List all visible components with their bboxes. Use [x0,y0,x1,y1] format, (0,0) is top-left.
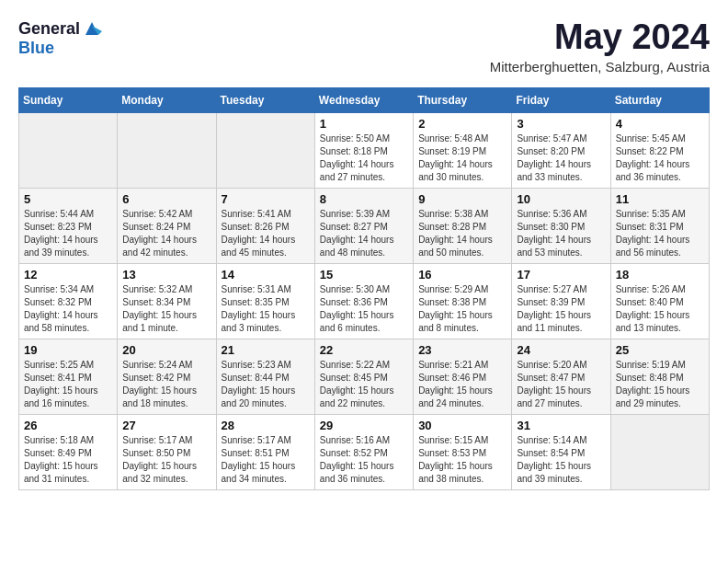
day-number: 8 [320,192,408,206]
day-number: 12 [24,268,112,282]
day-info: Sunrise: 5:21 AM Sunset: 8:46 PM Dayligh… [418,359,506,410]
logo-blue-text: Blue [18,39,54,58]
day-info: Sunrise: 5:41 AM Sunset: 8:26 PM Dayligh… [222,208,310,259]
day-info: Sunrise: 5:39 AM Sunset: 8:27 PM Dayligh… [320,208,408,259]
header-tuesday: Tuesday [216,87,314,112]
day-info: Sunrise: 5:36 AM Sunset: 8:30 PM Dayligh… [517,208,605,259]
calendar-cell-3-3: 22Sunrise: 5:22 AM Sunset: 8:45 PM Dayli… [314,339,413,414]
calendar-cell-1-5: 10Sunrise: 5:36 AM Sunset: 8:30 PM Dayli… [512,188,610,263]
day-number: 21 [222,343,310,357]
calendar-cell-4-2: 28Sunrise: 5:17 AM Sunset: 8:51 PM Dayli… [216,414,314,489]
calendar-cell-0-1 [118,112,216,188]
day-number: 2 [418,117,506,131]
calendar-cell-0-6: 4Sunrise: 5:45 AM Sunset: 8:22 PM Daylig… [610,112,709,188]
calendar-cell-4-4: 30Sunrise: 5:15 AM Sunset: 8:53 PM Dayli… [414,414,512,489]
day-info: Sunrise: 5:30 AM Sunset: 8:36 PM Dayligh… [320,283,408,335]
day-info: Sunrise: 5:17 AM Sunset: 8:50 PM Dayligh… [122,434,210,486]
header-monday: Monday [118,87,216,112]
title-block: May 2024 Mitterberghuetten, Salzburg, Au… [490,18,710,75]
header-wednesday: Wednesday [314,87,413,112]
day-info: Sunrise: 5:48 AM Sunset: 8:19 PM Dayligh… [418,132,506,184]
calendar-cell-0-3: 1Sunrise: 5:50 AM Sunset: 8:18 PM Daylig… [314,112,413,188]
calendar-cell-0-5: 3Sunrise: 5:47 AM Sunset: 8:20 PM Daylig… [512,112,610,188]
weekday-header-row: Sunday Monday Tuesday Wednesday Thursday… [19,87,710,112]
day-info: Sunrise: 5:31 AM Sunset: 8:35 PM Dayligh… [222,283,310,335]
day-info: Sunrise: 5:34 AM Sunset: 8:32 PM Dayligh… [24,283,112,335]
week-row-1: 1Sunrise: 5:50 AM Sunset: 8:18 PM Daylig… [19,112,710,188]
calendar-cell-0-4: 2Sunrise: 5:48 AM Sunset: 8:19 PM Daylig… [414,112,512,188]
day-info: Sunrise: 5:38 AM Sunset: 8:28 PM Dayligh… [418,208,506,259]
calendar-cell-2-4: 16Sunrise: 5:29 AM Sunset: 8:38 PM Dayli… [414,263,512,339]
day-number: 27 [122,419,210,432]
day-number: 28 [222,419,310,432]
day-number: 1 [320,117,408,131]
logo-icon [82,18,102,39]
header-friday: Friday [512,87,610,112]
day-number: 15 [320,268,408,282]
day-info: Sunrise: 5:14 AM Sunset: 8:54 PM Dayligh… [517,434,605,486]
day-info: Sunrise: 5:47 AM Sunset: 8:20 PM Dayligh… [517,132,605,184]
calendar-cell-4-6 [610,414,709,489]
day-info: Sunrise: 5:26 AM Sunset: 8:40 PM Dayligh… [616,283,704,335]
calendar-cell-4-1: 27Sunrise: 5:17 AM Sunset: 8:50 PM Dayli… [118,414,216,489]
day-info: Sunrise: 5:24 AM Sunset: 8:42 PM Dayligh… [122,359,210,410]
day-number: 30 [418,419,506,432]
day-number: 16 [418,268,506,282]
calendar-cell-2-3: 15Sunrise: 5:30 AM Sunset: 8:36 PM Dayli… [314,263,413,339]
header-thursday: Thursday [414,87,512,112]
calendar-cell-0-2 [216,112,314,188]
day-info: Sunrise: 5:44 AM Sunset: 8:23 PM Dayligh… [24,208,112,259]
calendar-cell-3-4: 23Sunrise: 5:21 AM Sunset: 8:46 PM Dayli… [414,339,512,414]
month-title: May 2024 [490,18,710,57]
day-number: 20 [122,343,210,357]
calendar-cell-3-1: 20Sunrise: 5:24 AM Sunset: 8:42 PM Dayli… [118,339,216,414]
calendar-cell-2-1: 13Sunrise: 5:32 AM Sunset: 8:34 PM Dayli… [118,263,216,339]
calendar-cell-4-5: 31Sunrise: 5:14 AM Sunset: 8:54 PM Dayli… [512,414,610,489]
calendar-cell-1-1: 6Sunrise: 5:42 AM Sunset: 8:24 PM Daylig… [118,188,216,263]
day-info: Sunrise: 5:29 AM Sunset: 8:38 PM Dayligh… [418,283,506,335]
day-number: 5 [24,192,112,206]
calendar-cell-1-6: 11Sunrise: 5:35 AM Sunset: 8:31 PM Dayli… [610,188,709,263]
day-info: Sunrise: 5:15 AM Sunset: 8:53 PM Dayligh… [418,434,506,486]
day-number: 31 [517,419,605,432]
day-number: 11 [616,192,704,206]
week-row-4: 19Sunrise: 5:25 AM Sunset: 8:41 PM Dayli… [19,339,710,414]
day-number: 26 [24,419,112,432]
day-info: Sunrise: 5:17 AM Sunset: 8:51 PM Dayligh… [222,434,310,486]
calendar-cell-3-0: 19Sunrise: 5:25 AM Sunset: 8:41 PM Dayli… [19,339,118,414]
calendar-cell-4-0: 26Sunrise: 5:18 AM Sunset: 8:49 PM Dayli… [19,414,118,489]
calendar-cell-1-3: 8Sunrise: 5:39 AM Sunset: 8:27 PM Daylig… [314,188,413,263]
header: General Blue May 2024 Mitterberghuetten,… [18,18,710,75]
calendar-cell-2-0: 12Sunrise: 5:34 AM Sunset: 8:32 PM Dayli… [19,263,118,339]
day-number: 29 [320,419,408,432]
day-number: 18 [616,268,704,282]
calendar-cell-4-3: 29Sunrise: 5:16 AM Sunset: 8:52 PM Dayli… [314,414,413,489]
calendar-cell-2-5: 17Sunrise: 5:27 AM Sunset: 8:39 PM Dayli… [512,263,610,339]
day-info: Sunrise: 5:27 AM Sunset: 8:39 PM Dayligh… [517,283,605,335]
day-number: 22 [320,343,408,357]
day-info: Sunrise: 5:16 AM Sunset: 8:52 PM Dayligh… [320,434,408,486]
calendar-table: Sunday Monday Tuesday Wednesday Thursday… [18,87,710,490]
day-info: Sunrise: 5:20 AM Sunset: 8:47 PM Dayligh… [517,359,605,410]
day-number: 9 [418,192,506,206]
day-number: 19 [24,343,112,357]
day-number: 10 [517,192,605,206]
calendar-cell-2-6: 18Sunrise: 5:26 AM Sunset: 8:40 PM Dayli… [610,263,709,339]
logo-general-text: General [18,19,80,39]
day-number: 7 [222,192,310,206]
day-info: Sunrise: 5:50 AM Sunset: 8:18 PM Dayligh… [320,132,408,184]
week-row-2: 5Sunrise: 5:44 AM Sunset: 8:23 PM Daylig… [19,188,710,263]
calendar-cell-1-2: 7Sunrise: 5:41 AM Sunset: 8:26 PM Daylig… [216,188,314,263]
page: General Blue May 2024 Mitterberghuetten,… [0,0,728,500]
header-saturday: Saturday [610,87,709,112]
day-number: 24 [517,343,605,357]
location-subtitle: Mitterberghuetten, Salzburg, Austria [490,59,710,75]
day-info: Sunrise: 5:18 AM Sunset: 8:49 PM Dayligh… [24,434,112,486]
day-info: Sunrise: 5:25 AM Sunset: 8:41 PM Dayligh… [24,359,112,410]
day-info: Sunrise: 5:32 AM Sunset: 8:34 PM Dayligh… [122,283,210,335]
calendar-cell-1-0: 5Sunrise: 5:44 AM Sunset: 8:23 PM Daylig… [19,188,118,263]
day-number: 4 [616,117,704,131]
week-row-5: 26Sunrise: 5:18 AM Sunset: 8:49 PM Dayli… [19,414,710,489]
day-number: 14 [222,268,310,282]
day-info: Sunrise: 5:23 AM Sunset: 8:44 PM Dayligh… [222,359,310,410]
